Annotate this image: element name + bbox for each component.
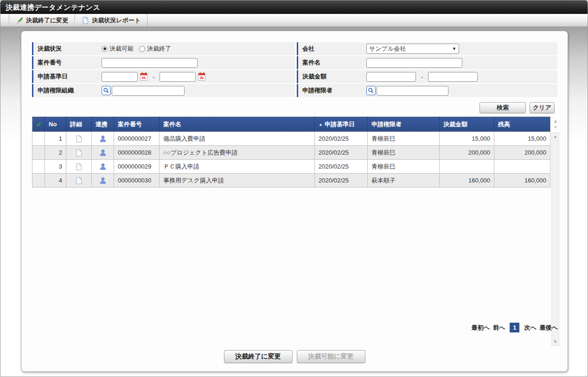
company-select-value: サンプル会社 [369,45,406,53]
table-header-row: ✔ No 詳細 連携 案件番号 案件名 ▲申請基準日 申請権限者 決裁金額 残高 [32,117,550,132]
header-detail[interactable]: 詳細 [66,117,92,132]
pagination-first[interactable]: 最初へ [472,324,490,332]
row-person: 萩本順子 [368,174,440,188]
row-detail-cell[interactable] [66,146,92,160]
radio-status-finished[interactable] [139,46,145,52]
form-row-person: 申請権限者 [297,84,557,97]
document-icon[interactable] [75,163,83,170]
toolbar-change-to-finished-label: 決裁終了に変更 [26,16,68,25]
amount-to-input[interactable] [428,72,478,82]
results-table: ✔ No 詳細 連携 案件番号 案件名 ▲申請基準日 申請権限者 決裁金額 残高 [32,117,550,188]
scroll-up-icon[interactable]: ▲ [554,119,558,124]
row-detail-cell[interactable] [66,160,92,174]
org-input[interactable] [112,86,185,96]
select-all-header[interactable]: ✔ [32,117,45,132]
row-person: 青柳辰巳 [368,146,440,160]
status-label: 決裁状況 [33,45,102,53]
person-label: 申請権限者 [298,86,366,95]
scrollbar-track[interactable]: ▲ ▼ [551,132,559,346]
row-case-no: 0000000027 [114,132,160,146]
row-select-cell[interactable] [32,160,45,174]
header-case-no[interactable]: 案件番号 [114,117,160,132]
row-case-name: 備品購入費申請 [160,132,315,146]
document-icon[interactable] [75,149,83,156]
row-link-cell[interactable] [92,146,114,160]
person-icon[interactable] [99,149,107,156]
case-name-label: 案件名 [298,58,366,67]
toolbar-status-report-button[interactable]: 決裁状況レポート [75,14,147,26]
row-link-cell[interactable] [92,132,114,146]
pagination-prev[interactable]: 前へ [493,324,505,332]
toolbar-change-to-finished-button[interactable]: 決裁終了に変更 [9,14,75,26]
case-name-input[interactable] [366,58,462,68]
form-row-amount: 決裁金額 - [297,70,557,83]
case-no-label: 案件番号 [33,58,102,67]
amount-from-input[interactable] [366,72,416,82]
row-base-date: 2020/02/25 [315,146,368,160]
row-select-cell[interactable] [32,132,45,146]
header-person[interactable]: 申請権限者 [368,117,440,132]
toolbar: 決裁終了に変更 決裁状況レポート [0,14,588,27]
person-icon[interactable] [99,135,107,143]
row-link-cell[interactable] [92,160,114,174]
row-case-name: 事務用デスク購入申請 [160,174,315,188]
row-detail-cell[interactable] [66,174,92,188]
calendar-icon[interactable]: 31 [198,73,205,81]
radio-status-available-label[interactable]: 決裁可能 [109,45,134,53]
row-link-cell[interactable] [92,174,114,188]
header-case-name[interactable]: 案件名 [160,117,315,132]
row-balance: 160,000 [494,174,550,188]
form-row-case-no: 案件番号 [32,56,295,69]
row-select-cell[interactable] [32,146,45,160]
search-actions: 検索 クリア [479,102,555,113]
table-row[interactable]: 4 0000000030 事務用デスク購入申請 2020/02/25 萩本順子 … [32,174,550,188]
company-select[interactable]: サンプル会社 ▼ [366,44,459,54]
header-base-date[interactable]: ▲申請基準日 [315,117,368,132]
header-amount[interactable]: 決裁金額 [440,117,494,132]
scroll-down-icon[interactable]: ▼ [553,339,557,344]
header-link[interactable]: 連携 [92,117,114,132]
case-no-input[interactable] [102,58,198,68]
person-icon[interactable] [99,177,107,184]
header-balance[interactable]: 残高 [494,117,550,132]
row-detail-cell[interactable] [66,132,92,146]
base-date-from-input[interactable] [102,72,138,82]
header-no[interactable]: No [45,117,66,132]
row-case-name: ○○プロジェクト広告費申請 [160,146,315,160]
person-input[interactable] [377,86,448,96]
report-document-icon [82,17,89,24]
scroll-down-icon[interactable]: ▼ [554,125,558,130]
calendar-icon[interactable]: 31 [140,73,147,81]
pagination-next[interactable]: 次へ [524,324,536,332]
document-icon[interactable] [75,177,83,184]
table-body: 1 0000000027 備品購入費申請 2020/02/25 青柳辰巳 15,… [32,132,550,188]
clear-button[interactable]: クリア [530,102,555,113]
search-icon [103,87,109,94]
change-to-available-button[interactable]: 決裁可能に変更 [297,350,365,363]
org-search-button[interactable] [102,86,111,95]
pagination-current-page: 1 [510,323,519,332]
row-select-cell[interactable] [32,174,45,188]
date-range-dash: - [150,73,157,80]
radio-status-available[interactable] [102,46,108,52]
table-scrollbar[interactable]: ▲ ▼ ▲ ▼ [551,117,560,346]
scroll-up-icon[interactable]: ▲ [553,134,557,139]
table-row[interactable]: 3 0000000029 ＰＣ購入申請 2020/02/25 青柳辰巳 [32,160,550,174]
document-icon[interactable] [75,135,83,143]
table-row[interactable]: 2 0000000028 ○○プロジェクト広告費申請 2020/02/25 青柳… [32,146,550,160]
person-icon[interactable] [99,163,107,170]
person-search-button[interactable] [366,86,376,95]
pagination-last[interactable]: 最後へ [540,324,558,332]
search-button[interactable]: 検索 [479,102,526,113]
search-form: 決裁状況 決裁可能 決裁終了 会社 サンプル会社 ▼ [32,42,557,97]
table-row[interactable]: 1 0000000027 備品購入費申請 2020/02/25 青柳辰巳 15,… [32,132,550,146]
results-area: ✔ No 詳細 連携 案件番号 案件名 ▲申請基準日 申請権限者 決裁金額 残高 [32,117,560,346]
base-date-to-input[interactable] [160,72,196,82]
checkmark-icon: ✔ [36,120,42,128]
radio-status-finished-label[interactable]: 決裁終了 [147,45,171,53]
chevron-down-icon: ▼ [452,46,456,51]
change-to-finished-button[interactable]: 決裁終了に変更 [224,350,293,363]
row-base-date: 2020/02/25 [315,174,368,188]
toolbar-status-report-label: 決裁状況レポート [92,16,141,25]
form-row-company: 会社 サンプル会社 ▼ [297,42,557,55]
